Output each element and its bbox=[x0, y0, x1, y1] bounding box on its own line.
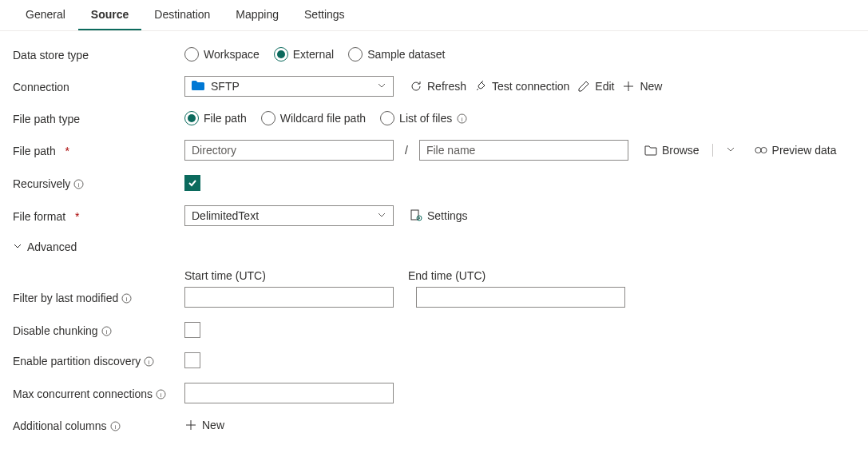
label-enable-partition-discovery: Enable partition discovery i bbox=[13, 353, 184, 368]
start-time-input[interactable] bbox=[184, 287, 394, 308]
svg-point-2 bbox=[755, 147, 760, 153]
end-time-input[interactable] bbox=[416, 287, 625, 308]
svg-point-8 bbox=[418, 217, 420, 219]
label-additional-columns: Additional columns i bbox=[13, 418, 184, 432]
info-icon[interactable]: i bbox=[457, 113, 467, 124]
divider bbox=[712, 144, 713, 157]
chevron-down-icon bbox=[377, 80, 386, 93]
label-connection: Connection bbox=[13, 79, 184, 93]
svg-text:i: i bbox=[78, 181, 80, 188]
label-file-path-type: File path type bbox=[13, 111, 184, 125]
svg-rect-6 bbox=[411, 210, 418, 220]
recursively-checkbox[interactable] bbox=[184, 175, 200, 191]
radio-external-label: External bbox=[293, 48, 334, 61]
radio-workspace-label: Workspace bbox=[204, 48, 260, 61]
radio-workspace[interactable]: Workspace bbox=[184, 47, 260, 62]
label-filter-by-last-modified: Filter by last modified i bbox=[13, 290, 184, 304]
test-connection-button[interactable]: Test connection bbox=[474, 80, 569, 93]
radio-wildcard-label: Wildcard file path bbox=[280, 112, 366, 125]
svg-text:i: i bbox=[126, 295, 128, 302]
preview-data-button[interactable]: Preview data bbox=[755, 144, 837, 157]
radio-list-of-files[interactable]: List of files i bbox=[380, 111, 467, 125]
info-icon[interactable]: i bbox=[121, 293, 132, 304]
directory-input[interactable] bbox=[184, 140, 394, 161]
tab-bar: General Source Destination Mapping Setti… bbox=[0, 0, 868, 31]
tab-settings[interactable]: Settings bbox=[291, 0, 358, 30]
label-file-path: File path * bbox=[13, 143, 184, 157]
plus-icon bbox=[622, 80, 635, 93]
browse-folder-icon bbox=[644, 144, 657, 157]
refresh-button[interactable]: Refresh bbox=[410, 80, 466, 93]
max-concurrent-connections-input[interactable] bbox=[184, 383, 394, 403]
svg-text:i: i bbox=[114, 423, 116, 430]
radio-file-path[interactable]: File path bbox=[184, 111, 247, 125]
file-format-settings-button[interactable]: Settings bbox=[410, 209, 468, 222]
svg-text:i: i bbox=[149, 358, 150, 365]
info-icon[interactable]: i bbox=[156, 389, 166, 399]
label-start-time: Start time (UTC) bbox=[184, 269, 408, 282]
new-column-button[interactable]: New bbox=[184, 419, 224, 431]
enable-partition-discovery-checkbox[interactable] bbox=[184, 352, 200, 368]
radio-sample-dataset-label: Sample dataset bbox=[367, 48, 445, 61]
browse-chevron-icon[interactable] bbox=[726, 144, 735, 157]
label-end-time: End time (UTC) bbox=[408, 269, 486, 282]
radio-file-path-label: File path bbox=[204, 112, 247, 125]
edit-button[interactable]: Edit bbox=[577, 80, 614, 93]
chevron-down-icon bbox=[377, 209, 386, 222]
tab-mapping[interactable]: Mapping bbox=[223, 0, 291, 30]
connection-value: SFTP bbox=[211, 80, 240, 93]
path-separator: / bbox=[402, 144, 411, 157]
label-file-format: File format * bbox=[13, 209, 184, 223]
settings-icon bbox=[410, 209, 422, 222]
edit-icon bbox=[577, 80, 590, 93]
plus-icon bbox=[184, 419, 197, 431]
svg-text:i: i bbox=[161, 391, 162, 398]
new-connection-button[interactable]: New bbox=[622, 80, 662, 93]
label-max-concurrent-connections: Max concurrent connections i bbox=[13, 386, 184, 400]
label-recursively: Recursively i bbox=[13, 176, 184, 190]
svg-point-3 bbox=[761, 147, 767, 153]
tab-source[interactable]: Source bbox=[78, 0, 141, 30]
data-store-type-group: Workspace External Sample dataset bbox=[184, 47, 445, 62]
chevron-down-icon bbox=[13, 240, 22, 253]
disable-chunking-checkbox[interactable] bbox=[184, 322, 200, 338]
label-data-store-type: Data store type bbox=[13, 47, 184, 62]
file-format-value: DelimitedText bbox=[192, 209, 259, 222]
advanced-toggle[interactable]: Advanced bbox=[13, 240, 855, 253]
radio-wildcard[interactable]: Wildcard file path bbox=[261, 111, 366, 125]
info-icon[interactable]: i bbox=[101, 326, 112, 336]
browse-button[interactable]: Browse bbox=[644, 144, 700, 157]
file-path-type-group: File path Wildcard file path List of fil… bbox=[184, 111, 467, 125]
tab-general[interactable]: General bbox=[13, 0, 78, 30]
info-icon[interactable]: i bbox=[110, 421, 121, 431]
folder-icon bbox=[192, 80, 204, 93]
info-icon[interactable]: i bbox=[144, 356, 154, 367]
radio-external[interactable]: External bbox=[274, 47, 334, 62]
tab-destination[interactable]: Destination bbox=[141, 0, 223, 30]
file-format-select[interactable]: DelimitedText bbox=[184, 205, 394, 226]
filename-input[interactable] bbox=[419, 140, 628, 161]
info-icon[interactable]: i bbox=[73, 179, 84, 189]
label-disable-chunking: Disable chunking i bbox=[13, 323, 184, 337]
refresh-icon bbox=[410, 80, 422, 93]
connection-select[interactable]: SFTP bbox=[184, 76, 394, 97]
radio-list-of-files-label: List of files bbox=[399, 112, 452, 125]
radio-sample-dataset[interactable]: Sample dataset bbox=[348, 47, 445, 62]
test-connection-icon bbox=[474, 80, 487, 93]
svg-text:i: i bbox=[105, 328, 107, 335]
svg-text:i: i bbox=[462, 115, 463, 122]
preview-icon bbox=[755, 144, 767, 157]
